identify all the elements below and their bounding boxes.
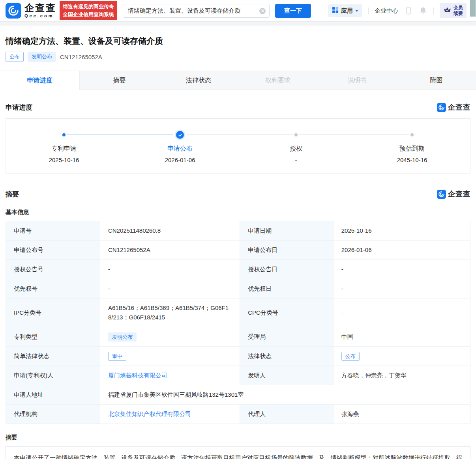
field-text: - [341, 266, 343, 272]
timeline-step-granted: 授权 - [238, 131, 354, 163]
field-value: - [333, 299, 470, 327]
section-title-abstract: 摘要 [6, 190, 19, 199]
qcc-logo[interactable]: 企查查 Qcc.com [6, 3, 56, 19]
field-text: 2026-01-06 [341, 246, 372, 253]
field-label: 授权公告号 [6, 260, 100, 279]
tab-bar: 申请进度 摘要 法律状态 权利要求 说明书 附图 [0, 71, 476, 90]
timeline-step-name: 预估到期 [399, 145, 425, 153]
timeline-step-expiry: 预估到期 2045-10-16 [354, 131, 470, 163]
field-text: 2025-10-16 [341, 227, 372, 234]
field-value: 公布 [333, 347, 470, 366]
tab-abstract[interactable]: 摘要 [80, 71, 159, 90]
field-text: - [341, 285, 343, 292]
scrollbar-thumb[interactable] [470, 0, 476, 17]
field-value: 中国 [333, 327, 470, 347]
field-label: 简单法律状态 [6, 347, 100, 366]
top-bar: 企查查 Qcc.com 缔造有远见的商业传奇 全国企业信用查询系统 查一下 [0, 0, 476, 21]
timeline-step-date: - [295, 157, 297, 163]
field-value: 发明公布 [100, 327, 240, 347]
field-text: CN202511480260.8 [108, 227, 161, 234]
table-row: 申请(专利权)人厦门熵基科技有限公司发明人方春晓，仲崇亮，丁贺华 [6, 366, 470, 385]
qcc-logo-icon [6, 3, 21, 19]
page-gap [0, 21, 476, 26]
field-label: 申请号 [6, 221, 100, 241]
timeline-dot-done [62, 133, 66, 136]
field-label: 代理机构 [6, 405, 100, 424]
tab-application-progress[interactable]: 申请进度 [0, 71, 80, 90]
mobile-app-icon[interactable] [404, 6, 413, 15]
field-value: CN121265052A [100, 241, 240, 260]
field-text: - [108, 266, 110, 272]
abstract-text: 本申请公开了一种情绪确定方法、装置、设备及可读存储介质，该方法包括获取目标用户对… [6, 446, 470, 459]
timeline-dot-pending [294, 133, 298, 136]
vip-renew-button[interactable]: 会员 续费 [440, 3, 467, 18]
table-row: 优先权号-优先权日- [6, 279, 470, 299]
qcc-watermark: 企查查 [437, 189, 470, 199]
chevron-down-icon [355, 10, 358, 12]
field-label: 申请公布号 [6, 241, 100, 260]
basic-info-heading: 基本信息 [6, 209, 470, 216]
timeline-step-date: 2045-10-16 [397, 157, 427, 163]
divider [433, 7, 434, 14]
qcc-watermark-text: 企查查 [448, 189, 470, 199]
timeline-dot-pending [410, 133, 414, 136]
tab-claims: 权利要求 [238, 71, 317, 90]
page-title: 情绪确定方法、装置、设备及可读存储介质 [6, 35, 470, 47]
tab-description: 说明书 [317, 71, 397, 90]
field-text: 张海燕 [341, 410, 359, 417]
clear-search-icon[interactable] [259, 8, 266, 14]
field-label: 代理人 [240, 405, 334, 424]
table-row: 申请公布号CN121265052A申请公布日2026-01-06 [6, 241, 470, 260]
search-box [123, 4, 270, 18]
field-label: 授权公告日 [240, 260, 334, 279]
field-value: - [333, 279, 470, 299]
brand-name: 企查查 [24, 3, 56, 13]
field-label: 受理局 [240, 327, 334, 347]
field-value: CN202511480260.8 [100, 221, 240, 241]
status-badge: 公布 [341, 352, 360, 361]
apps-menu-button[interactable]: 应用 [328, 4, 362, 17]
field-value[interactable]: 北京集佳知识产权代理有限公司 [100, 405, 240, 424]
field-value: 福建省厦门市集美区软件园三期凤岐路132号1301室 [100, 385, 470, 405]
search-button[interactable]: 查一下 [275, 4, 311, 18]
field-value[interactable]: 厦门熵基科技有限公司 [100, 366, 240, 385]
crown-icon [443, 6, 452, 16]
field-text: 福建省厦门市集美区软件园三期凤岐路132号1301室 [108, 391, 244, 398]
application-timeline: 专利申请 2025-10-16 申请公布 2026-01-06 授权 - 预估 [6, 118, 470, 174]
tab-legal-status[interactable]: 法律状态 [159, 71, 238, 90]
badge-row: 公布 发明公布 CN121265052A [6, 52, 470, 62]
enterprise-center-link[interactable]: 企业中心 [375, 7, 398, 15]
status-badge: 公布 [6, 52, 24, 62]
field-label: 申请公布日 [240, 241, 334, 260]
timeline-step-date: 2026-01-06 [165, 157, 195, 163]
table-row: 专利类型发明公布受理局中国 [6, 327, 470, 347]
table-row: 申请人地址福建省厦门市集美区软件园三期凤岐路132号1301室 [6, 385, 470, 405]
entity-link[interactable]: 北京集佳知识产权代理有限公司 [108, 410, 191, 417]
field-label: 申请人地址 [6, 385, 100, 405]
entity-link[interactable]: 厦门熵基科技有限公司 [108, 372, 167, 379]
field-text: 中国 [341, 333, 353, 340]
field-text: - [108, 285, 110, 292]
field-label: 申请(专利权)人 [6, 366, 100, 385]
field-label: 发明人 [240, 366, 334, 385]
field-label: 优先权日 [240, 279, 334, 299]
timeline-step-date: 2025-10-16 [49, 157, 79, 163]
divider [368, 7, 369, 14]
notifications-bell-icon[interactable] [419, 6, 427, 15]
field-text: A61B5/16；A61B5/369；A61B5/374；G06F18/213；… [108, 304, 229, 321]
table-row: 授权公告号-授权公告日- [6, 260, 470, 279]
field-label: IPC分类号 [6, 299, 100, 327]
field-text: CN121265052A [108, 246, 150, 253]
type-badge: 发明公布 [108, 332, 137, 341]
field-label: 法律状态 [240, 347, 334, 366]
timeline-check-icon [176, 131, 184, 139]
timeline-step-name: 申请公布 [167, 145, 193, 153]
table-row: IPC分类号A61B5/16；A61B5/369；A61B5/374；G06F1… [6, 299, 470, 327]
field-value: 张海燕 [333, 405, 470, 424]
timeline-step-name: 专利申请 [51, 145, 77, 153]
tab-drawings[interactable]: 附图 [397, 71, 476, 90]
field-label: 优先权号 [6, 279, 100, 299]
search-input[interactable] [123, 4, 269, 17]
timeline-step-filed: 专利申请 2025-10-16 [6, 131, 122, 163]
scrollbar-track [470, 0, 476, 459]
